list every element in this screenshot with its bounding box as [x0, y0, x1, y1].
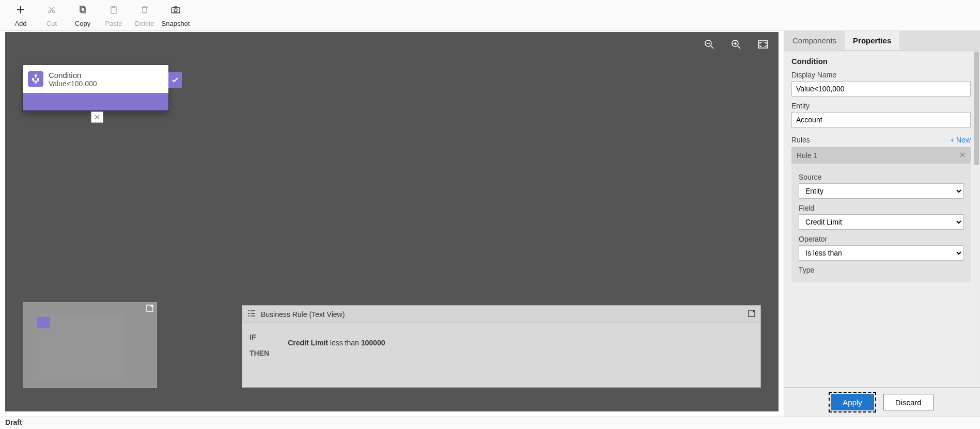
operator-label: Operator: [799, 235, 963, 243]
status-text: Draft: [5, 418, 22, 426]
svg-point-0: [49, 11, 51, 13]
display-name-input[interactable]: [791, 81, 971, 97]
type-label: Type: [799, 266, 963, 274]
minimap[interactable]: [23, 302, 157, 388]
text-view-header: Business Rule (Text View): [242, 306, 760, 323]
section-title: Condition: [791, 57, 971, 66]
canvas-wrap: Condition Value<100,000: [0, 31, 784, 417]
snapshot-label: Snapshot: [162, 20, 190, 27]
svg-rect-12: [33, 78, 34, 80]
rule-header[interactable]: Rule 1: [791, 147, 971, 164]
panel-footer: Apply Discard: [784, 387, 980, 417]
node-header: Condition Value<100,000: [23, 65, 168, 93]
rule-field: Credit Limit: [288, 339, 328, 347]
cut-label: Cut: [46, 20, 57, 27]
svg-rect-13: [38, 78, 39, 80]
paste-icon: [110, 4, 118, 15]
panel-scroll[interactable]: Condition Display Name Entity Rules + Ne…: [784, 51, 980, 387]
close-icon[interactable]: [959, 151, 966, 160]
copy-icon: [79, 4, 87, 15]
entity-input[interactable]: [791, 112, 971, 128]
toolbar: Add Cut Copy Paste Delete Snapshot: [0, 0, 980, 31]
discard-button[interactable]: Discard: [883, 394, 934, 410]
cut-button[interactable]: Cut: [36, 3, 67, 27]
if-label: IF: [250, 329, 269, 345]
tab-properties[interactable]: Properties: [845, 31, 899, 50]
field-select[interactable]: Credit Limit: [799, 214, 963, 230]
tabs-spacer: [899, 31, 980, 50]
paste-button[interactable]: Paste: [98, 3, 129, 27]
status-bar: Draft: [0, 417, 980, 429]
display-name-label: Display Name: [791, 71, 971, 79]
svg-rect-10: [758, 41, 768, 48]
node-true-connector[interactable]: [168, 72, 182, 88]
delete-button[interactable]: Delete: [129, 3, 160, 27]
source-select[interactable]: Entity: [799, 183, 963, 199]
minimap-node: [37, 317, 50, 328]
node-title: Condition: [49, 71, 97, 80]
rules-label: Rules: [791, 136, 810, 144]
condition-node[interactable]: Condition Value<100,000: [23, 65, 168, 112]
snapshot-button[interactable]: Snapshot: [160, 3, 191, 27]
entity-label: Entity: [791, 102, 971, 110]
then-label: THEN: [250, 345, 269, 361]
rule-value: 100000: [361, 339, 385, 347]
fit-screen-button[interactable]: [757, 38, 769, 51]
zoom-out-button[interactable]: [703, 38, 715, 51]
node-body: [23, 93, 168, 112]
text-view-title: Business Rule (Text View): [261, 310, 345, 319]
svg-rect-3: [81, 8, 85, 13]
text-view-body: IF THEN Credit Limit less than 100000: [242, 323, 760, 368]
scrollbar-thumb[interactable]: [974, 52, 979, 165]
svg-rect-11: [35, 75, 37, 76]
svg-rect-2: [80, 6, 84, 11]
svg-point-7: [174, 9, 177, 12]
rule-body: Source Entity Field Credit Limit Operato…: [791, 164, 971, 282]
delete-label: Delete: [135, 20, 154, 27]
svg-point-1: [53, 11, 55, 13]
text-view-panel: Business Rule (Text View) IF THEN Credit…: [242, 305, 761, 388]
field-label: Field: [799, 204, 963, 212]
list-icon: [247, 310, 256, 319]
text-view-rule: Credit Limit less than 100000: [288, 329, 385, 361]
operator-select[interactable]: Is less than: [799, 245, 963, 261]
trash-icon: [141, 4, 149, 15]
node-false-connector[interactable]: [91, 112, 103, 123]
properties-panel: Components Properties Condition Display …: [784, 31, 980, 417]
node-subtitle: Value<100,000: [49, 80, 97, 88]
new-rule-link[interactable]: + New: [950, 136, 971, 144]
branch-icon: [28, 71, 43, 87]
rule-operator: less than: [330, 339, 359, 347]
apply-button[interactable]: Apply: [831, 394, 874, 410]
rule-title: Rule 1: [797, 151, 817, 160]
text-view-expand-icon[interactable]: [748, 310, 755, 319]
minimap-viewport[interactable]: [34, 314, 126, 381]
panel-tabs: Components Properties: [784, 31, 980, 51]
text-view-keywords: IF THEN: [250, 329, 269, 361]
camera-icon: [171, 4, 180, 15]
copy-button[interactable]: Copy: [67, 3, 98, 27]
source-label: Source: [799, 173, 963, 181]
node-text: Condition Value<100,000: [49, 71, 97, 88]
zoom-in-button[interactable]: [730, 38, 742, 51]
scrollbar[interactable]: [973, 51, 980, 387]
plus-icon: [17, 4, 25, 15]
canvas-tools: [703, 38, 769, 51]
paste-label: Paste: [105, 20, 122, 27]
canvas[interactable]: Condition Value<100,000: [5, 32, 779, 411]
tab-components[interactable]: Components: [784, 31, 845, 50]
copy-label: Copy: [75, 20, 90, 27]
minimap-expand-icon[interactable]: [146, 305, 153, 313]
add-label: Add: [14, 20, 26, 27]
main: Condition Value<100,000: [0, 31, 980, 417]
scissors-icon: [48, 4, 56, 15]
add-button[interactable]: Add: [5, 3, 36, 27]
